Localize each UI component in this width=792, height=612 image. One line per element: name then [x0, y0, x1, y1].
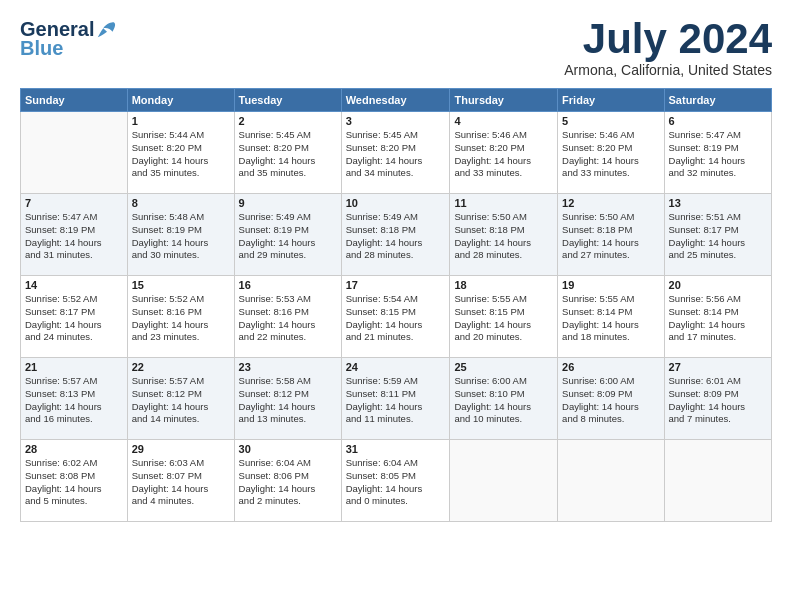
- calendar-cell: 24Sunrise: 5:59 AM Sunset: 8:11 PM Dayli…: [341, 358, 450, 440]
- day-number: 4: [454, 115, 553, 127]
- day-info: Sunrise: 5:55 AM Sunset: 8:14 PM Dayligh…: [562, 293, 659, 344]
- calendar-header-row: Sunday Monday Tuesday Wednesday Thursday…: [21, 89, 772, 112]
- day-number: 23: [239, 361, 337, 373]
- location: Armona, California, United States: [564, 62, 772, 78]
- day-info: Sunrise: 5:45 AM Sunset: 8:20 PM Dayligh…: [346, 129, 446, 180]
- day-info: Sunrise: 5:46 AM Sunset: 8:20 PM Dayligh…: [454, 129, 553, 180]
- page: General Blue July 2024 Armona, Californi…: [0, 0, 792, 612]
- day-number: 17: [346, 279, 446, 291]
- day-number: 2: [239, 115, 337, 127]
- day-number: 20: [669, 279, 767, 291]
- day-number: 13: [669, 197, 767, 209]
- calendar-week-row: 28Sunrise: 6:02 AM Sunset: 8:08 PM Dayli…: [21, 440, 772, 522]
- day-info: Sunrise: 5:51 AM Sunset: 8:17 PM Dayligh…: [669, 211, 767, 262]
- day-info: Sunrise: 5:49 AM Sunset: 8:18 PM Dayligh…: [346, 211, 446, 262]
- calendar-cell: 25Sunrise: 6:00 AM Sunset: 8:10 PM Dayli…: [450, 358, 558, 440]
- month-title: July 2024: [564, 18, 772, 60]
- calendar-cell: 5Sunrise: 5:46 AM Sunset: 8:20 PM Daylig…: [558, 112, 664, 194]
- col-monday: Monday: [127, 89, 234, 112]
- day-number: 21: [25, 361, 123, 373]
- day-info: Sunrise: 5:45 AM Sunset: 8:20 PM Dayligh…: [239, 129, 337, 180]
- day-info: Sunrise: 6:04 AM Sunset: 8:05 PM Dayligh…: [346, 457, 446, 508]
- day-info: Sunrise: 5:57 AM Sunset: 8:12 PM Dayligh…: [132, 375, 230, 426]
- day-info: Sunrise: 5:56 AM Sunset: 8:14 PM Dayligh…: [669, 293, 767, 344]
- day-info: Sunrise: 5:54 AM Sunset: 8:15 PM Dayligh…: [346, 293, 446, 344]
- day-info: Sunrise: 5:47 AM Sunset: 8:19 PM Dayligh…: [25, 211, 123, 262]
- calendar-cell: 31Sunrise: 6:04 AM Sunset: 8:05 PM Dayli…: [341, 440, 450, 522]
- col-saturday: Saturday: [664, 89, 771, 112]
- day-info: Sunrise: 6:00 AM Sunset: 8:09 PM Dayligh…: [562, 375, 659, 426]
- day-info: Sunrise: 5:52 AM Sunset: 8:16 PM Dayligh…: [132, 293, 230, 344]
- logo-bird-icon: [96, 19, 118, 41]
- calendar-cell: 28Sunrise: 6:02 AM Sunset: 8:08 PM Dayli…: [21, 440, 128, 522]
- calendar-cell: [21, 112, 128, 194]
- day-info: Sunrise: 6:01 AM Sunset: 8:09 PM Dayligh…: [669, 375, 767, 426]
- calendar-cell: 8Sunrise: 5:48 AM Sunset: 8:19 PM Daylig…: [127, 194, 234, 276]
- calendar-cell: 12Sunrise: 5:50 AM Sunset: 8:18 PM Dayli…: [558, 194, 664, 276]
- day-number: 5: [562, 115, 659, 127]
- title-area: July 2024 Armona, California, United Sta…: [564, 18, 772, 78]
- day-number: 18: [454, 279, 553, 291]
- day-info: Sunrise: 5:59 AM Sunset: 8:11 PM Dayligh…: [346, 375, 446, 426]
- day-number: 28: [25, 443, 123, 455]
- day-number: 25: [454, 361, 553, 373]
- calendar-cell: 22Sunrise: 5:57 AM Sunset: 8:12 PM Dayli…: [127, 358, 234, 440]
- calendar-cell: 30Sunrise: 6:04 AM Sunset: 8:06 PM Dayli…: [234, 440, 341, 522]
- col-friday: Friday: [558, 89, 664, 112]
- calendar-cell: 16Sunrise: 5:53 AM Sunset: 8:16 PM Dayli…: [234, 276, 341, 358]
- calendar-cell: 17Sunrise: 5:54 AM Sunset: 8:15 PM Dayli…: [341, 276, 450, 358]
- calendar-cell: 27Sunrise: 6:01 AM Sunset: 8:09 PM Dayli…: [664, 358, 771, 440]
- day-info: Sunrise: 5:50 AM Sunset: 8:18 PM Dayligh…: [562, 211, 659, 262]
- calendar-cell: 21Sunrise: 5:57 AM Sunset: 8:13 PM Dayli…: [21, 358, 128, 440]
- calendar-cell: 7Sunrise: 5:47 AM Sunset: 8:19 PM Daylig…: [21, 194, 128, 276]
- day-number: 19: [562, 279, 659, 291]
- col-wednesday: Wednesday: [341, 89, 450, 112]
- col-sunday: Sunday: [21, 89, 128, 112]
- day-number: 9: [239, 197, 337, 209]
- calendar-cell: 10Sunrise: 5:49 AM Sunset: 8:18 PM Dayli…: [341, 194, 450, 276]
- day-number: 15: [132, 279, 230, 291]
- day-info: Sunrise: 6:02 AM Sunset: 8:08 PM Dayligh…: [25, 457, 123, 508]
- col-thursday: Thursday: [450, 89, 558, 112]
- calendar-cell: [558, 440, 664, 522]
- calendar-cell: 20Sunrise: 5:56 AM Sunset: 8:14 PM Dayli…: [664, 276, 771, 358]
- logo-blue: Blue: [20, 37, 63, 60]
- day-info: Sunrise: 5:49 AM Sunset: 8:19 PM Dayligh…: [239, 211, 337, 262]
- day-info: Sunrise: 5:58 AM Sunset: 8:12 PM Dayligh…: [239, 375, 337, 426]
- calendar-cell: [450, 440, 558, 522]
- day-number: 29: [132, 443, 230, 455]
- col-tuesday: Tuesday: [234, 89, 341, 112]
- day-info: Sunrise: 5:50 AM Sunset: 8:18 PM Dayligh…: [454, 211, 553, 262]
- calendar-cell: 1Sunrise: 5:44 AM Sunset: 8:20 PM Daylig…: [127, 112, 234, 194]
- calendar-week-row: 21Sunrise: 5:57 AM Sunset: 8:13 PM Dayli…: [21, 358, 772, 440]
- calendar-cell: 15Sunrise: 5:52 AM Sunset: 8:16 PM Dayli…: [127, 276, 234, 358]
- day-number: 27: [669, 361, 767, 373]
- calendar-cell: 18Sunrise: 5:55 AM Sunset: 8:15 PM Dayli…: [450, 276, 558, 358]
- calendar: Sunday Monday Tuesday Wednesday Thursday…: [20, 88, 772, 522]
- day-info: Sunrise: 5:48 AM Sunset: 8:19 PM Dayligh…: [132, 211, 230, 262]
- day-info: Sunrise: 5:52 AM Sunset: 8:17 PM Dayligh…: [25, 293, 123, 344]
- calendar-cell: 6Sunrise: 5:47 AM Sunset: 8:19 PM Daylig…: [664, 112, 771, 194]
- calendar-week-row: 1Sunrise: 5:44 AM Sunset: 8:20 PM Daylig…: [21, 112, 772, 194]
- calendar-cell: 13Sunrise: 5:51 AM Sunset: 8:17 PM Dayli…: [664, 194, 771, 276]
- calendar-cell: 2Sunrise: 5:45 AM Sunset: 8:20 PM Daylig…: [234, 112, 341, 194]
- day-number: 7: [25, 197, 123, 209]
- calendar-week-row: 7Sunrise: 5:47 AM Sunset: 8:19 PM Daylig…: [21, 194, 772, 276]
- day-info: Sunrise: 5:57 AM Sunset: 8:13 PM Dayligh…: [25, 375, 123, 426]
- day-info: Sunrise: 6:04 AM Sunset: 8:06 PM Dayligh…: [239, 457, 337, 508]
- calendar-cell: 11Sunrise: 5:50 AM Sunset: 8:18 PM Dayli…: [450, 194, 558, 276]
- calendar-cell: 9Sunrise: 5:49 AM Sunset: 8:19 PM Daylig…: [234, 194, 341, 276]
- header: General Blue July 2024 Armona, Californi…: [20, 18, 772, 78]
- day-info: Sunrise: 5:47 AM Sunset: 8:19 PM Dayligh…: [669, 129, 767, 180]
- calendar-cell: 19Sunrise: 5:55 AM Sunset: 8:14 PM Dayli…: [558, 276, 664, 358]
- day-number: 26: [562, 361, 659, 373]
- day-info: Sunrise: 6:00 AM Sunset: 8:10 PM Dayligh…: [454, 375, 553, 426]
- day-number: 11: [454, 197, 553, 209]
- day-number: 10: [346, 197, 446, 209]
- day-number: 12: [562, 197, 659, 209]
- calendar-cell: 14Sunrise: 5:52 AM Sunset: 8:17 PM Dayli…: [21, 276, 128, 358]
- day-info: Sunrise: 6:03 AM Sunset: 8:07 PM Dayligh…: [132, 457, 230, 508]
- day-info: Sunrise: 5:53 AM Sunset: 8:16 PM Dayligh…: [239, 293, 337, 344]
- day-number: 8: [132, 197, 230, 209]
- day-info: Sunrise: 5:46 AM Sunset: 8:20 PM Dayligh…: [562, 129, 659, 180]
